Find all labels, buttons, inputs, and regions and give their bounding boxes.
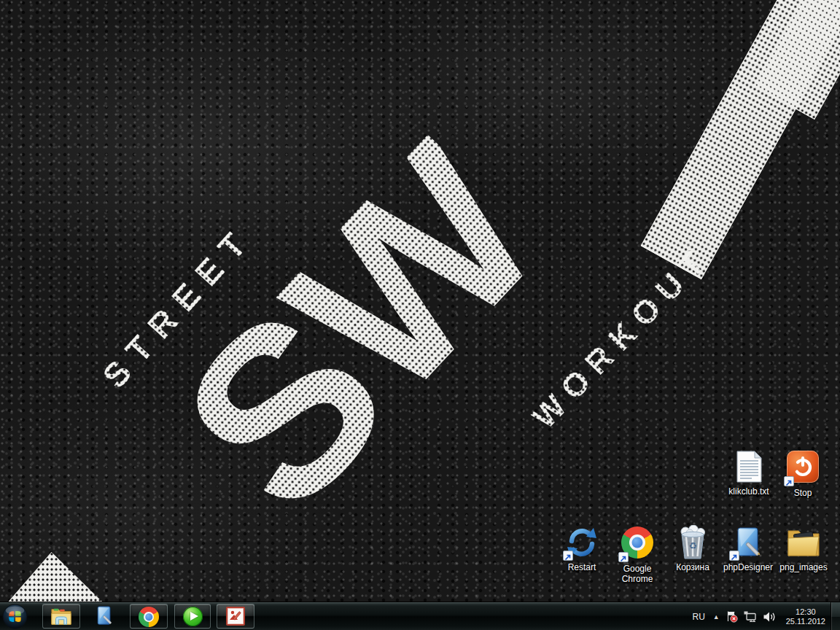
shortcut-arrow-icon <box>563 551 573 561</box>
taskbar-button-media-player[interactable] <box>174 604 211 629</box>
folder-images-icon <box>786 525 821 560</box>
desktop-icon-label: Stop <box>775 488 831 498</box>
taskbar-button-google-chrome[interactable] <box>130 604 168 629</box>
phpdesigner-icon <box>731 525 766 560</box>
google-chrome-icon <box>139 607 159 627</box>
flag-alert-icon[interactable] <box>726 610 738 623</box>
desktop-icon-google-chrome[interactable]: Google Chrome <box>610 525 665 584</box>
power-stop-icon <box>785 451 820 486</box>
desktop-icon-restart[interactable]: Restart <box>554 525 610 572</box>
taskbar: RU ▲ 12:30 25.11.2012 <box>0 602 840 630</box>
desktop-icon-label: Корзина <box>665 562 720 572</box>
desktop-icon-stop[interactable]: Stop <box>775 449 831 498</box>
tray-time: 12:30 <box>786 607 825 617</box>
windows-explorer-icon <box>50 606 72 626</box>
recycle-bin-full-icon: ♻ <box>675 525 710 560</box>
wallpaper-sw-text: SW <box>141 109 576 550</box>
road-stripe-bottom-left <box>6 552 105 604</box>
chevron-up-icon[interactable]: ▲ <box>713 613 720 621</box>
windows-start-orb-icon <box>2 604 28 629</box>
taskbar-button-phpdesigner[interactable] <box>88 604 120 629</box>
text-file-icon <box>731 449 766 484</box>
desktop-icon-label: phpDesigner <box>720 562 776 572</box>
network-monitor-icon[interactable] <box>744 611 757 623</box>
start-button[interactable] <box>2 604 28 629</box>
shortcut-arrow-icon <box>784 476 794 486</box>
desktop-icon-label: Restart <box>554 562 610 572</box>
desktop: SW STREET WORKOUT klikclub.txt <box>0 0 840 630</box>
desktop-icon-phpdesigner[interactable]: phpDesigner <box>720 525 776 572</box>
desktop-icon-label: klikclub.txt <box>721 486 777 497</box>
restart-arrows-icon <box>564 525 599 560</box>
language-indicator[interactable]: RU <box>690 610 707 623</box>
desktop-icon-label: Google Chrome <box>610 564 665 584</box>
taskbar-button-picture-manager[interactable] <box>217 604 254 629</box>
svg-text:♻: ♻ <box>688 540 697 551</box>
chrome-icon <box>620 526 655 561</box>
desktop-icon-recycle-bin[interactable]: ♻ Корзина <box>665 525 720 572</box>
tray-clock[interactable]: 12:30 25.11.2012 <box>782 607 830 626</box>
show-desktop-button[interactable] <box>831 602 840 630</box>
picture-manager-icon <box>226 607 245 626</box>
desktop-icon-png-images[interactable]: png_images <box>776 525 831 572</box>
media-player-icon <box>183 607 203 626</box>
taskbar-button-windows-explorer[interactable] <box>42 604 80 629</box>
shortcut-arrow-icon <box>729 551 739 561</box>
tray-date: 25.11.2012 <box>786 617 825 626</box>
speaker-icon[interactable] <box>763 611 776 623</box>
shortcut-arrow-icon <box>618 552 629 562</box>
phpdesigner-icon <box>95 606 114 626</box>
desktop-icon-klikclub-txt[interactable]: klikclub.txt <box>721 449 777 497</box>
desktop-icon-label: png_images <box>776 562 831 572</box>
system-tray: RU ▲ 12:30 25.11.2012 <box>690 602 830 630</box>
